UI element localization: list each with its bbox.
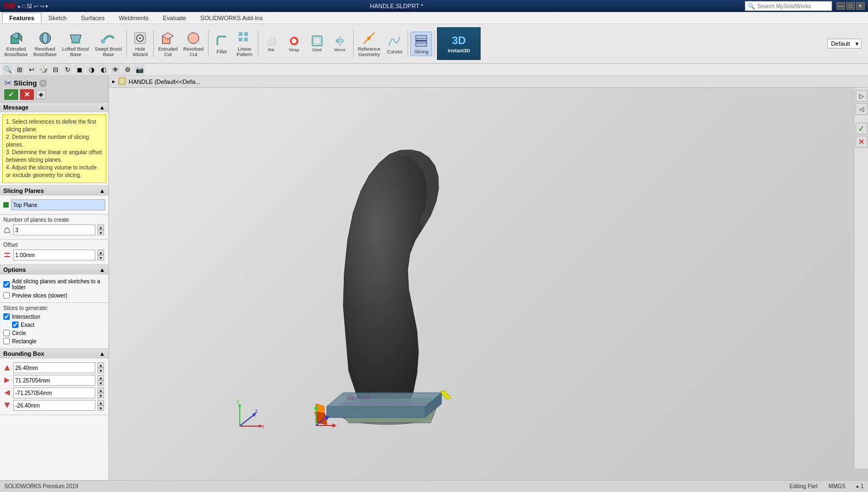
linear-pattern-button[interactable]: LinearPattern xyxy=(234,29,256,58)
bbox-spinner-2[interactable]: ▲ ▼ xyxy=(98,375,105,386)
cancel-button[interactable]: ✕ xyxy=(20,89,34,100)
instant3d-button[interactable]: 3D Instant3D xyxy=(437,27,481,60)
revolved-cut-button[interactable]: RevolvedCut xyxy=(181,29,206,58)
svg-marker-45 xyxy=(440,391,451,399)
rib-button[interactable]: ⬜ Rib xyxy=(260,34,282,53)
slicing-plane-input[interactable] xyxy=(11,199,105,210)
ok-button[interactable]: ✓ xyxy=(4,89,18,100)
exact-checkbox[interactable] xyxy=(12,321,19,328)
bounding-box-content: ▲ ▼ ▲ ▼ xyxy=(0,359,108,415)
wrap-button[interactable]: ⭕ Wrap xyxy=(283,34,305,53)
bbox-input-4[interactable] xyxy=(13,400,95,411)
appearance-button[interactable]: ◐ xyxy=(98,64,109,75)
preview-slices-checkbox[interactable] xyxy=(3,292,10,299)
bbox-spinner-3[interactable]: ▲ ▼ xyxy=(98,387,105,398)
screen-capture-button[interactable]: 📷 xyxy=(134,64,145,75)
3d-view-button[interactable]: 🎲 xyxy=(38,64,49,75)
shell-button[interactable]: Shell xyxy=(306,34,328,53)
check-button[interactable]: ✓ xyxy=(855,123,867,135)
menu-item-features[interactable]: Features xyxy=(2,13,41,23)
feature-tree-expand-icon[interactable]: ▸ xyxy=(112,78,116,85)
bbox-input-1[interactable] xyxy=(13,362,95,373)
display-mode-button[interactable]: ◼ xyxy=(74,64,85,75)
main-layout: ✂ Slicing ? ✓ ✕ ◈ Message ▲ 1. Select re… xyxy=(0,76,868,481)
preview-slices-label: Preview slices (slower) xyxy=(12,293,68,299)
reference-geometry-button[interactable]: ReferenceGeometry xyxy=(356,29,383,58)
bbox-spinner-4[interactable]: ▲ ▼ xyxy=(98,400,105,411)
extruded-cut-button[interactable]: ExtrudedCut xyxy=(156,29,180,58)
previous-view-button[interactable]: ↩ xyxy=(26,64,37,75)
slicing-icon xyxy=(414,33,429,48)
slicing-button[interactable]: Slicing xyxy=(410,32,432,56)
preview-slices-row: Preview slices (slower) xyxy=(3,292,105,299)
x-button[interactable]: ✕ xyxy=(855,136,867,148)
menu-item-sketch[interactable]: Sketch xyxy=(41,13,74,23)
expand-right-button[interactable]: ▷ xyxy=(855,90,867,102)
circle-checkbox[interactable] xyxy=(3,330,10,336)
bbox-spin-up-4[interactable]: ▲ xyxy=(98,400,104,405)
menu-item-weldments[interactable]: Weldments xyxy=(112,13,156,23)
intersection-checkbox[interactable] xyxy=(3,313,10,320)
zoom-to-area-button[interactable]: ⊞ xyxy=(14,64,25,75)
hide-button[interactable]: 👁 xyxy=(110,64,121,75)
bounding-box-title: Bounding Box xyxy=(3,350,44,357)
revolved-boss-button[interactable]: RevolvedBoss/Base xyxy=(31,29,59,58)
rotate-view-button[interactable]: ↻ xyxy=(62,64,73,75)
view-setting-button[interactable]: ⚙ xyxy=(122,64,133,75)
offset-spin-up[interactable]: ▲ xyxy=(98,250,104,255)
maximize-button[interactable]: □ xyxy=(846,2,855,10)
hole-wizard-button[interactable]: HoleWizard xyxy=(129,29,151,58)
offset-spinner[interactable]: ▲ ▼ xyxy=(98,250,105,260)
swept-boss-button[interactable]: Swept Boss/Base xyxy=(93,29,124,58)
bounding-box-header[interactable]: Bounding Box ▲ xyxy=(0,349,108,359)
rectangle-checkbox[interactable] xyxy=(3,338,10,344)
close-button[interactable]: ✕ xyxy=(856,2,865,10)
curves-button[interactable]: Curves xyxy=(384,32,405,56)
help-button[interactable]: ? xyxy=(39,80,47,87)
spin-up[interactable]: ▲ xyxy=(98,224,104,230)
add-to-folder-label: Add slicing planes and sketches to a fol… xyxy=(12,278,105,290)
options-section-header[interactable]: Options ▲ xyxy=(0,265,108,275)
zoom-to-fit-button[interactable]: 🔍 xyxy=(2,64,13,75)
slicing-planes-header[interactable]: Slicing Planes ▲ xyxy=(0,186,108,196)
bbox-spin-up-2[interactable]: ▲ xyxy=(98,375,104,380)
svg-marker-29 xyxy=(4,228,10,233)
spin-down[interactable]: ▼ xyxy=(98,230,104,235)
mirror-button[interactable]: Mirror xyxy=(329,34,351,53)
shading-button[interactable]: ◑ xyxy=(86,64,97,75)
num-planes-spinner[interactable]: ▲ ▼ xyxy=(98,224,105,235)
menu-item-surfaces[interactable]: Surfaces xyxy=(74,13,112,23)
lofted-boss-button[interactable]: Lofted Boss/Base xyxy=(60,29,92,58)
bbox-spin-up-1[interactable]: ▲ xyxy=(98,362,104,368)
search-input[interactable] xyxy=(757,3,829,9)
bbox-spinner-1[interactable]: ▲ ▼ xyxy=(98,362,105,373)
menu-item-evaluate[interactable]: Evaluate xyxy=(156,13,193,23)
lofted-boss-icon xyxy=(68,31,83,46)
bbox-spin-down-2[interactable]: ▼ xyxy=(98,380,104,386)
add-to-folder-checkbox[interactable] xyxy=(3,281,10,288)
num-planes-input[interactable] xyxy=(13,224,95,235)
bbox-input-3[interactable] xyxy=(13,387,95,398)
offset-input[interactable] xyxy=(13,250,95,260)
profile-selector[interactable]: Default ▾ xyxy=(827,39,861,48)
feature-tree-bar: ▸ HANDLE (Default<<Defa... xyxy=(109,76,868,88)
message-section-header[interactable]: Message ▲ xyxy=(0,102,108,112)
pin-button[interactable]: ◈ xyxy=(36,90,46,99)
bbox-spin-up-3[interactable]: ▲ xyxy=(98,387,104,393)
bbox-left-icon xyxy=(3,389,11,397)
bbox-spin-down-4[interactable]: ▼ xyxy=(98,405,104,411)
revolved-boss-icon xyxy=(38,31,53,46)
menu-item-addins[interactable]: SOLIDWORKS Add-Ins xyxy=(193,13,270,23)
fillet-button[interactable]: Fillet xyxy=(211,32,233,56)
bbox-input-2[interactable] xyxy=(13,375,95,386)
offset-spin-down[interactable]: ▼ xyxy=(98,255,104,260)
svg-marker-47 xyxy=(332,423,337,428)
extruded-boss-button[interactable]: ExtrudedBoss/Base xyxy=(2,29,30,58)
collapse-right-button[interactable]: ◁ xyxy=(855,103,867,115)
profile-value: Default xyxy=(831,40,850,47)
bbox-spin-down-3[interactable]: ▼ xyxy=(98,393,104,398)
minimize-button[interactable]: — xyxy=(836,2,845,10)
bbox-spin-down-1[interactable]: ▼ xyxy=(98,368,104,373)
search-box[interactable]: 🔍 xyxy=(745,1,832,11)
section-view-button[interactable]: ⊟ xyxy=(50,64,61,75)
